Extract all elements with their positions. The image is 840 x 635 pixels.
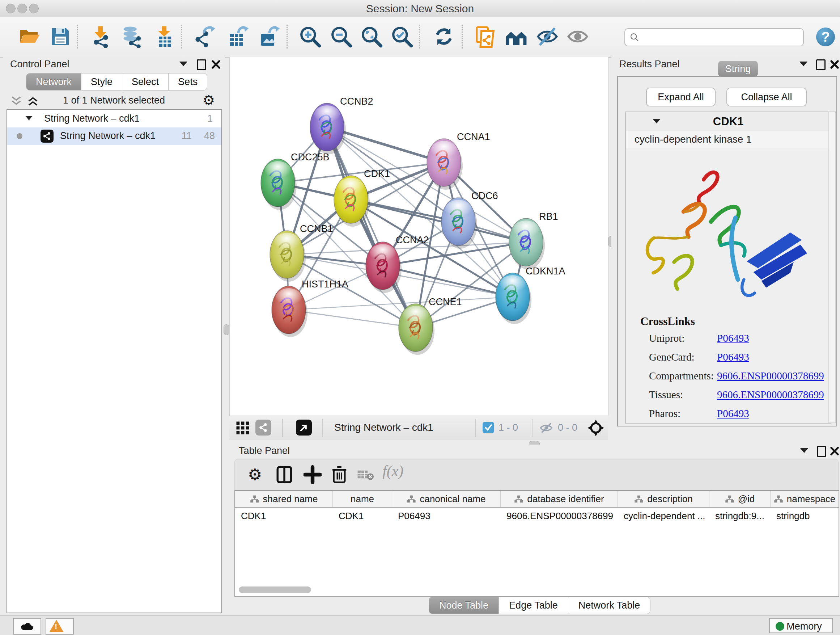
hide-selected-button[interactable] [536, 25, 559, 48]
import-network-from-file-button[interactable] [90, 25, 112, 48]
search-icon [630, 32, 639, 42]
network-badge-icon[interactable] [256, 420, 271, 435]
memory-button[interactable]: Memory [769, 618, 833, 633]
network-node-ccna1[interactable]: CCNA1 [427, 131, 490, 190]
table-settings-gear-icon[interactable]: ⚙ [248, 465, 262, 484]
panel-menu-icon[interactable] [799, 62, 807, 66]
expand-all-button[interactable]: Expand All [646, 88, 715, 106]
zoom-fit-button[interactable] [360, 25, 383, 48]
network-graph[interactable]: CCNB2CCNA1CDC25BCDK1CDC6RB1CCNB1CCNA2CDK… [230, 57, 608, 416]
node-label: CDKN1A [526, 266, 565, 277]
cell-namespace[interactable]: stringdb [771, 508, 838, 524]
column-header-id[interactable]: @id [709, 491, 771, 507]
toolbar-separator [286, 25, 287, 49]
close-panel-icon[interactable] [830, 60, 839, 69]
tab-edge-table[interactable]: Edge Table [499, 597, 568, 614]
column-header-description[interactable]: description [618, 491, 709, 507]
table-horizontal-scrollbar[interactable] [239, 586, 311, 593]
apply-layout-button[interactable] [433, 25, 455, 48]
column-header-canonical-name[interactable]: canonical name [392, 491, 501, 507]
node-table: shared name name canonical name database… [234, 490, 839, 597]
grid-view-icon[interactable] [235, 420, 250, 435]
collection-expander-icon[interactable] [25, 116, 33, 120]
left-splitter-handle[interactable] [224, 325, 229, 335]
cell-database-identifier[interactable]: 9606.ENSP00000378699 [501, 508, 618, 524]
add-column-plus-icon[interactable] [303, 465, 322, 484]
export-image-button[interactable] [258, 25, 281, 48]
import-network-from-database-button[interactable] [121, 25, 143, 48]
main-toolbar: ? [0, 17, 840, 57]
float-panel-icon[interactable] [817, 446, 826, 457]
network-node-ccnb2[interactable]: CCNB2 [310, 96, 373, 154]
close-panel-icon[interactable] [830, 447, 839, 456]
panel-menu-icon[interactable] [800, 448, 808, 453]
network-node-hist1h1a[interactable]: HIST1H1A [272, 279, 348, 337]
tab-network-table[interactable]: Network Table [568, 597, 651, 614]
tab-node-table[interactable]: Node Table [429, 597, 499, 614]
network-row-selected[interactable]: String Network – cdk1 11 48 [7, 127, 221, 145]
crosslink-link[interactable]: P06493 [717, 333, 749, 344]
network-node-cdc6[interactable]: CDC6 [441, 190, 498, 249]
import-table-from-file-button[interactable] [153, 25, 176, 48]
open-session-button[interactable] [18, 25, 41, 48]
cloud-button[interactable] [13, 618, 41, 635]
collapse-all-button[interactable]: Collapse All [726, 88, 807, 106]
results-scrollbar[interactable] [829, 111, 836, 423]
network-node-rb1[interactable]: RB1 [509, 211, 558, 269]
gene-description-row: cyclin-dependent kinase 1 [626, 131, 831, 148]
cell-id[interactable]: stringdb:9... [709, 508, 771, 524]
selected-nodes-checkbox-icon[interactable] [483, 422, 494, 433]
cell-canonical-name[interactable]: P06493 [392, 508, 501, 524]
crosslink-link[interactable]: P06493 [717, 351, 749, 363]
network-collection-row[interactable]: String Network – cdk1 1 [7, 110, 221, 127]
crosslink-link[interactable]: 9606.ENSP00000378699 [717, 370, 824, 382]
search-input[interactable] [644, 30, 797, 43]
tab-string[interactable]: String [718, 61, 758, 77]
detach-view-icon[interactable] [296, 420, 312, 435]
show-columns-icon[interactable] [275, 465, 294, 484]
column-header-database-identifier[interactable]: database identifier [501, 491, 618, 507]
network-canvas[interactable]: CCNB2CCNA1CDC25BCDK1CDC6RB1CCNB1CCNA2CDK… [229, 57, 608, 416]
warnings-button[interactable] [46, 618, 74, 635]
network-node-cdkn1a[interactable]: CDKN1A [496, 266, 565, 324]
show-all-button[interactable] [567, 25, 589, 48]
crosslink-link[interactable]: P06493 [717, 408, 749, 420]
tab-select[interactable]: Select [122, 73, 169, 90]
float-panel-icon[interactable] [816, 59, 826, 70]
tab-style[interactable]: Style [81, 73, 122, 90]
export-table-button[interactable] [227, 25, 249, 48]
panel-menu-icon[interactable] [180, 62, 187, 66]
gene-header-row[interactable]: CDK1 [626, 112, 831, 131]
table-row[interactable]: CDK1 CDK1 P06493 9606.ENSP00000378699 cy… [235, 508, 838, 524]
zoom-in-button[interactable] [299, 25, 321, 48]
crosslink-link[interactable]: 9606.ENSP00000378699 [717, 389, 824, 401]
network-edge[interactable] [351, 200, 526, 242]
network-edge[interactable] [289, 310, 416, 328]
new-network-from-selection-button[interactable] [474, 25, 496, 48]
network-node-ccna2[interactable]: CCNA2 [366, 234, 429, 293]
tab-sets[interactable]: Sets [169, 73, 207, 90]
column-header-shared-name[interactable]: shared name [235, 491, 333, 507]
column-header-namespace[interactable]: namespace [771, 491, 838, 507]
zoom-selected-button[interactable] [391, 25, 413, 48]
float-panel-icon[interactable] [197, 59, 206, 70]
column-header-name[interactable]: name [333, 491, 392, 507]
close-panel-icon[interactable] [211, 60, 221, 69]
cell-name[interactable]: CDK1 [333, 508, 392, 524]
birdseye-crosshair-icon[interactable] [587, 419, 605, 437]
gear-icon[interactable]: ⚙ [202, 93, 215, 107]
control-panel-tabs: Network Style Select Sets [26, 73, 207, 90]
save-session-button[interactable] [49, 25, 72, 48]
export-network-button[interactable] [195, 25, 217, 48]
cell-description[interactable]: cyclin-dependent ... [618, 508, 709, 524]
help-button[interactable]: ? [816, 27, 835, 46]
network-node-ccne1[interactable]: CCNE1 [399, 296, 462, 355]
zoom-out-button[interactable] [330, 25, 352, 48]
network-edge[interactable] [327, 127, 416, 328]
first-neighbors-button[interactable] [505, 25, 527, 48]
delete-column-trash-icon[interactable] [331, 465, 347, 484]
tab-network[interactable]: Network [26, 73, 81, 90]
cell-shared-name[interactable]: CDK1 [235, 508, 333, 524]
window-title: Session: New Session [0, 3, 840, 15]
zoom-fit-icon [360, 25, 383, 48]
